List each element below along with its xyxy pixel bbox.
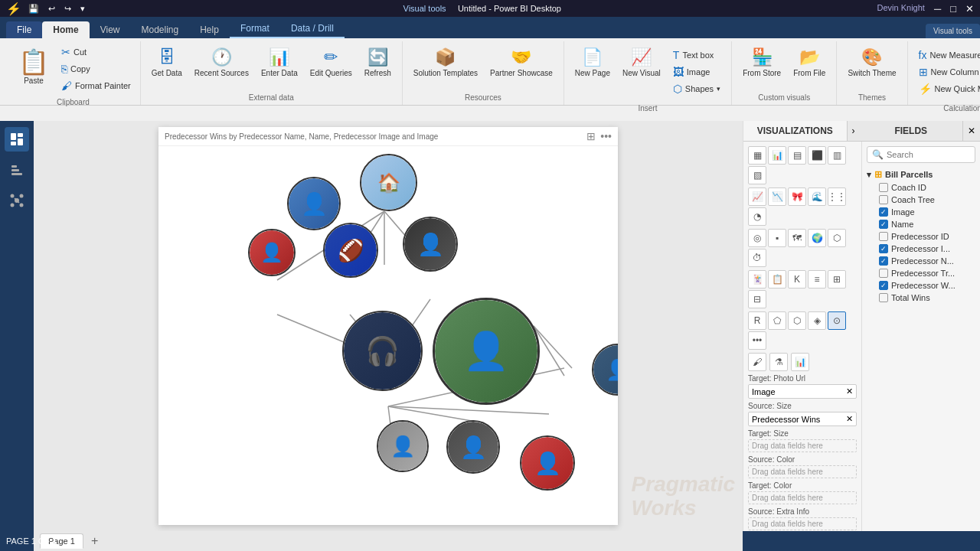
text-box-button[interactable]: T Text box — [670, 47, 724, 63]
format-painter-button[interactable]: 🖌 Format Painter — [58, 78, 134, 93]
new-quick-measure-button[interactable]: ⚡ New Quick Measure — [916, 81, 980, 96]
viz-treemap[interactable]: ▪ — [768, 229, 786, 247]
nav-report-icon[interactable] — [5, 127, 29, 152]
viz-waterfall[interactable]: 🌊 — [808, 187, 826, 206]
get-data-button[interactable]: 🗄 Get Data — [147, 44, 187, 80]
node-person1[interactable]: 👤 — [287, 177, 341, 230]
partner-showcase-button[interactable]: 🤝 Partner Showcase — [485, 44, 557, 80]
drag-fields-1[interactable]: Drag data fields here — [748, 439, 857, 452]
tab-visualizations[interactable]: VISUALIZATIONS — [743, 121, 848, 141]
shapes-dropdown-icon[interactable]: ▾ — [717, 85, 720, 93]
new-visual-button[interactable]: 📈 New Visual — [618, 44, 665, 80]
canvas-focus-icon[interactable]: ⊞ — [586, 130, 596, 142]
viz-r-visual[interactable]: R — [748, 311, 766, 330]
tab-fields[interactable]: FIELDS — [860, 121, 964, 141]
viz-pie[interactable]: ◔ — [748, 207, 766, 226]
from-file-button[interactable]: 📂 From File — [789, 44, 830, 80]
close-btn[interactable]: ✕ — [965, 3, 974, 15]
predecessor-id-checkbox[interactable] — [879, 232, 888, 241]
panel-expand-icon[interactable]: › — [848, 121, 860, 141]
refresh-button[interactable]: 🔄 Refresh — [360, 44, 396, 80]
viz-area[interactable]: 📉 — [768, 187, 786, 206]
name-checkbox[interactable]: ✓ — [879, 220, 888, 229]
field-predecessor-i[interactable]: ✓ Predecessor I... — [867, 243, 975, 255]
field-coach-id[interactable]: Coach ID — [867, 181, 975, 194]
nav-data-icon[interactable] — [5, 158, 29, 182]
viz-100-col[interactable]: ▧ — [748, 166, 766, 184]
node-house[interactable]: 🏠 — [360, 154, 417, 211]
image-dropdown[interactable]: Image ✕ — [748, 384, 857, 399]
viz-line[interactable]: 📈 — [748, 187, 766, 206]
viz-custom1[interactable]: ⬠ — [768, 311, 786, 330]
edit-queries-button[interactable]: ✏ Edit Queries — [305, 44, 357, 80]
from-store-button[interactable]: 🏪 From Store — [738, 44, 786, 80]
image-button[interactable]: 🖼 Image — [670, 64, 724, 80]
fields-search-box[interactable]: 🔍 — [867, 146, 975, 163]
viz-funnel[interactable]: ⬡ — [828, 229, 846, 247]
node-dark-coat[interactable]: 👤 — [403, 217, 458, 272]
node-ny-giants[interactable]: 🏈 — [323, 223, 378, 278]
quick-undo[interactable]: ↩ — [46, 4, 57, 14]
viz-more[interactable]: ••• — [748, 331, 766, 350]
viz-stacked-bar[interactable]: ▤ — [788, 146, 806, 165]
predecessor-wins-dropdown-clear[interactable]: ✕ — [846, 414, 853, 424]
tab-home[interactable]: Home — [42, 21, 89, 38]
viz-map[interactable]: 🗺 — [788, 229, 806, 247]
viz-gauge[interactable]: ⏱ — [748, 249, 766, 267]
drag-fields-2[interactable]: Drag data fields here — [748, 465, 857, 478]
field-predecessor-tr[interactable]: Predecessor Tr... — [867, 267, 975, 279]
nav-model-icon[interactable] — [5, 188, 29, 213]
predecessor-wins-dropdown[interactable]: Predecessor Wins ✕ — [748, 412, 857, 426]
viz-filter-icon[interactable]: ⚗ — [769, 353, 788, 371]
predecessor-n-checkbox[interactable]: ✓ — [879, 256, 888, 266]
node-far-right[interactable]: 👤 — [592, 344, 618, 396]
coach-id-checkbox[interactable] — [879, 183, 888, 192]
viz-ribbon[interactable]: 🎀 — [788, 187, 806, 206]
field-predecessor-n[interactable]: ✓ Predecessor N... — [867, 255, 975, 267]
new-measure-button[interactable]: fx New Measure — [916, 47, 980, 63]
viz-custom3[interactable]: ◈ — [808, 311, 826, 330]
drag-fields-3[interactable]: Drag data fields here — [748, 491, 857, 504]
bill-parcells-header[interactable]: ▾ ⊞ Bill Parcells — [867, 168, 975, 181]
quick-dropdown[interactable]: ▾ — [78, 4, 87, 14]
copy-button[interactable]: ⎘ Copy — [58, 61, 134, 77]
total-wins-checkbox[interactable] — [879, 293, 888, 302]
node-bottom-right[interactable]: 👤 — [520, 435, 575, 491]
viz-analytics-icon[interactable]: 📊 — [791, 353, 809, 371]
field-predecessor-id[interactable]: Predecessor ID — [867, 230, 975, 243]
viz-donut[interactable]: ◎ — [748, 229, 766, 247]
viz-table[interactable]: ⊞ — [828, 270, 846, 289]
field-name[interactable]: ✓ Name — [867, 218, 975, 230]
viz-column-chart[interactable]: 📊 — [768, 146, 786, 165]
node-center-main[interactable]: 👤 — [433, 298, 540, 405]
predecessor-tr-checkbox[interactable] — [879, 269, 888, 278]
viz-100-bar[interactable]: ▥ — [828, 146, 846, 165]
viz-filled-map[interactable]: 🌍 — [808, 229, 826, 247]
tab-file[interactable]: File — [6, 21, 42, 38]
viz-bar-chart[interactable]: ▦ — [748, 146, 766, 165]
viz-multi-row-card[interactable]: 📋 — [768, 270, 786, 289]
viz-format-icon[interactable]: 🖌 — [748, 353, 766, 371]
viz-slicer[interactable]: ≡ — [808, 270, 826, 289]
field-total-wins[interactable]: Total Wins — [867, 292, 975, 304]
viz-kpi[interactable]: K — [788, 270, 806, 289]
coach-tree-checkbox[interactable] — [879, 195, 888, 204]
image-dropdown-clear[interactable]: ✕ — [846, 386, 853, 396]
minimize-btn[interactable]: ─ — [934, 3, 941, 15]
node-bottom-center1[interactable]: 👤 — [446, 420, 500, 474]
paste-button[interactable]: 📋 Paste — [12, 44, 55, 93]
node-bottom-left[interactable]: 👤 — [377, 420, 429, 472]
predecessor-w-checkbox[interactable]: ✓ — [879, 281, 888, 290]
field-image[interactable]: ✓ Image — [867, 206, 975, 218]
cut-button[interactable]: ✂ Cut — [58, 44, 134, 60]
shapes-button[interactable]: ⬡ Shapes ▾ — [670, 81, 724, 96]
viz-scatter[interactable]: ⋮⋮ — [828, 187, 846, 206]
fields-search-input[interactable] — [887, 150, 970, 159]
new-page-button[interactable]: 📄 New Page — [570, 44, 615, 80]
canvas-more-icon[interactable]: ••• — [600, 130, 612, 142]
tab-modeling[interactable]: Modeling — [130, 21, 189, 38]
switch-theme-button[interactable]: 🎨 Switch Theme — [843, 44, 900, 80]
enter-data-button[interactable]: 📊 Enter Data — [256, 44, 302, 80]
field-coach-tree[interactable]: Coach Tree — [867, 194, 975, 206]
tab-help[interactable]: Help — [189, 21, 230, 38]
